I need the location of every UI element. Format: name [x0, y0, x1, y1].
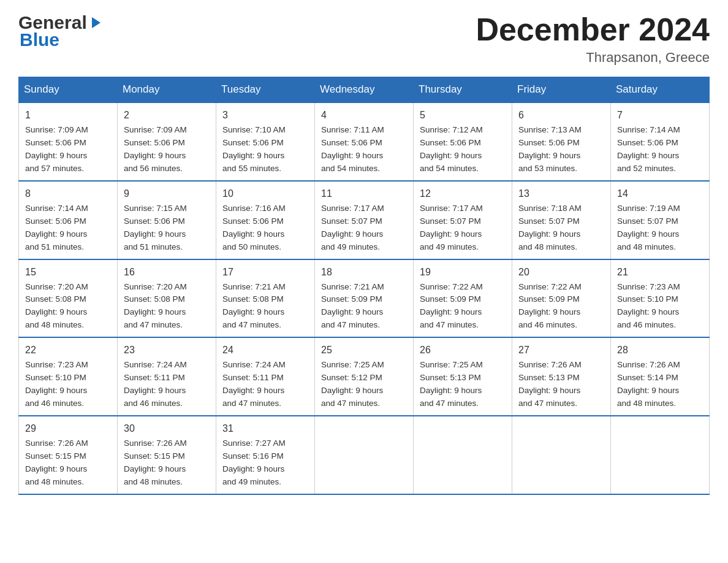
calendar-cell: 25 Sunrise: 7:25 AMSunset: 5:12 PMDaylig…: [315, 337, 414, 416]
day-info: Sunrise: 7:24 AMSunset: 5:11 PMDaylight:…: [222, 360, 286, 408]
weekday-header-monday: Monday: [118, 77, 216, 103]
calendar-cell: 29 Sunrise: 7:26 AMSunset: 5:15 PMDaylig…: [19, 416, 118, 494]
day-number: 4: [321, 108, 407, 123]
day-info: Sunrise: 7:17 AMSunset: 5:07 PMDaylight:…: [321, 204, 384, 251]
day-info: Sunrise: 7:23 AMSunset: 5:10 PMDaylight:…: [25, 360, 88, 408]
calendar-cell: 27 Sunrise: 7:26 AMSunset: 5:13 PMDaylig…: [512, 337, 611, 416]
calendar-cell: 28 Sunrise: 7:26 AMSunset: 5:14 PMDaylig…: [611, 337, 710, 416]
calendar-cell: 18 Sunrise: 7:21 AMSunset: 5:09 PMDaylig…: [315, 259, 414, 338]
day-info: Sunrise: 7:09 AMSunset: 5:06 PMDaylight:…: [124, 125, 187, 173]
calendar-cell: 10 Sunrise: 7:16 AMSunset: 5:06 PMDaylig…: [216, 181, 315, 259]
day-number: 9: [124, 186, 210, 201]
day-number: 8: [25, 186, 111, 201]
day-number: 2: [124, 108, 210, 123]
calendar-cell: 5 Sunrise: 7:12 AMSunset: 5:06 PMDayligh…: [414, 102, 512, 181]
weekday-header-sunday: Sunday: [19, 77, 118, 103]
day-number: 28: [617, 343, 703, 358]
day-info: Sunrise: 7:26 AMSunset: 5:14 PMDaylight:…: [617, 360, 680, 408]
day-info: Sunrise: 7:19 AMSunset: 5:07 PMDaylight:…: [617, 204, 680, 251]
weekday-header-tuesday: Tuesday: [216, 77, 315, 103]
day-info: Sunrise: 7:22 AMSunset: 5:09 PMDaylight:…: [420, 282, 483, 330]
calendar-cell: [315, 416, 414, 494]
calendar-table: SundayMondayTuesdayWednesdayThursdayFrid…: [18, 77, 710, 494]
day-info: Sunrise: 7:26 AMSunset: 5:13 PMDaylight:…: [518, 360, 582, 408]
calendar-cell: 9 Sunrise: 7:15 AMSunset: 5:06 PMDayligh…: [118, 181, 216, 259]
logo-blue-text: Blue: [20, 29, 103, 50]
week-row-3: 15 Sunrise: 7:20 AMSunset: 5:08 PMDaylig…: [19, 259, 710, 338]
calendar-cell: 14 Sunrise: 7:19 AMSunset: 5:07 PMDaylig…: [611, 181, 710, 259]
day-info: Sunrise: 7:21 AMSunset: 5:09 PMDaylight:…: [321, 282, 384, 330]
week-row-1: 1 Sunrise: 7:09 AMSunset: 5:06 PMDayligh…: [19, 102, 710, 181]
day-number: 10: [222, 186, 308, 201]
day-number: 20: [518, 265, 604, 280]
day-info: Sunrise: 7:27 AMSunset: 5:16 PMDaylight:…: [222, 439, 286, 486]
day-info: Sunrise: 7:12 AMSunset: 5:06 PMDaylight:…: [420, 125, 483, 173]
day-info: Sunrise: 7:26 AMSunset: 5:15 PMDaylight:…: [124, 439, 187, 486]
calendar-cell: 26 Sunrise: 7:25 AMSunset: 5:13 PMDaylig…: [414, 337, 512, 416]
month-title: December 2024: [476, 12, 710, 47]
day-number: 3: [222, 108, 308, 123]
day-number: 15: [25, 265, 111, 280]
day-info: Sunrise: 7:23 AMSunset: 5:10 PMDaylight:…: [617, 282, 680, 330]
day-number: 24: [222, 343, 308, 358]
day-info: Sunrise: 7:25 AMSunset: 5:12 PMDaylight:…: [321, 360, 384, 408]
day-number: 12: [420, 186, 506, 201]
calendar-cell: [414, 416, 512, 494]
week-row-2: 8 Sunrise: 7:14 AMSunset: 5:06 PMDayligh…: [19, 181, 710, 259]
day-number: 27: [518, 343, 604, 358]
day-number: 30: [124, 421, 210, 436]
day-info: Sunrise: 7:11 AMSunset: 5:06 PMDaylight:…: [321, 125, 384, 173]
calendar-cell: 12 Sunrise: 7:17 AMSunset: 5:07 PMDaylig…: [414, 181, 512, 259]
day-info: Sunrise: 7:14 AMSunset: 5:06 PMDaylight:…: [617, 125, 680, 173]
week-row-5: 29 Sunrise: 7:26 AMSunset: 5:15 PMDaylig…: [19, 416, 710, 494]
day-number: 14: [617, 186, 703, 201]
calendar-cell: 15 Sunrise: 7:20 AMSunset: 5:08 PMDaylig…: [19, 259, 118, 338]
day-info: Sunrise: 7:21 AMSunset: 5:08 PMDaylight:…: [222, 282, 286, 330]
day-number: 17: [222, 265, 308, 280]
calendar-cell: [512, 416, 611, 494]
day-number: 6: [518, 108, 604, 123]
calendar-cell: 22 Sunrise: 7:23 AMSunset: 5:10 PMDaylig…: [19, 337, 118, 416]
page-header: General Blue December 2024 Thrapsanon, G…: [18, 12, 710, 66]
day-number: 7: [617, 108, 703, 123]
day-info: Sunrise: 7:10 AMSunset: 5:06 PMDaylight:…: [222, 125, 286, 173]
day-number: 21: [617, 265, 703, 280]
day-info: Sunrise: 7:22 AMSunset: 5:09 PMDaylight:…: [518, 282, 582, 330]
calendar-cell: [611, 416, 710, 494]
day-number: 13: [518, 186, 604, 201]
calendar-cell: 11 Sunrise: 7:17 AMSunset: 5:07 PMDaylig…: [315, 181, 414, 259]
title-section: December 2024 Thrapsanon, Greece: [476, 12, 710, 66]
calendar-cell: 31 Sunrise: 7:27 AMSunset: 5:16 PMDaylig…: [216, 416, 315, 494]
calendar-cell: 8 Sunrise: 7:14 AMSunset: 5:06 PMDayligh…: [19, 181, 118, 259]
calendar-cell: 7 Sunrise: 7:14 AMSunset: 5:06 PMDayligh…: [611, 102, 710, 181]
day-number: 18: [321, 265, 407, 280]
calendar-cell: 30 Sunrise: 7:26 AMSunset: 5:15 PMDaylig…: [118, 416, 216, 494]
weekday-header-saturday: Saturday: [611, 77, 710, 103]
day-number: 31: [222, 421, 308, 436]
calendar-cell: 2 Sunrise: 7:09 AMSunset: 5:06 PMDayligh…: [118, 102, 216, 181]
weekday-header-wednesday: Wednesday: [315, 77, 414, 103]
calendar-cell: 17 Sunrise: 7:21 AMSunset: 5:08 PMDaylig…: [216, 259, 315, 338]
day-number: 26: [420, 343, 506, 358]
day-number: 11: [321, 186, 407, 201]
calendar-cell: 1 Sunrise: 7:09 AMSunset: 5:06 PMDayligh…: [19, 102, 118, 181]
day-number: 19: [420, 265, 506, 280]
day-info: Sunrise: 7:20 AMSunset: 5:08 PMDaylight:…: [25, 282, 88, 330]
calendar-cell: 20 Sunrise: 7:22 AMSunset: 5:09 PMDaylig…: [512, 259, 611, 338]
calendar-cell: 6 Sunrise: 7:13 AMSunset: 5:06 PMDayligh…: [512, 102, 611, 181]
day-number: 1: [25, 108, 111, 123]
calendar-cell: 19 Sunrise: 7:22 AMSunset: 5:09 PMDaylig…: [414, 259, 512, 338]
day-number: 25: [321, 343, 407, 358]
day-info: Sunrise: 7:13 AMSunset: 5:06 PMDaylight:…: [518, 125, 582, 173]
weekday-header-thursday: Thursday: [414, 77, 512, 103]
day-number: 23: [124, 343, 210, 358]
day-number: 29: [25, 421, 111, 436]
calendar-cell: 13 Sunrise: 7:18 AMSunset: 5:07 PMDaylig…: [512, 181, 611, 259]
day-info: Sunrise: 7:16 AMSunset: 5:06 PMDaylight:…: [222, 204, 286, 251]
calendar-cell: 23 Sunrise: 7:24 AMSunset: 5:11 PMDaylig…: [118, 337, 216, 416]
day-info: Sunrise: 7:15 AMSunset: 5:06 PMDaylight:…: [124, 204, 187, 251]
day-info: Sunrise: 7:09 AMSunset: 5:06 PMDaylight:…: [25, 125, 88, 173]
location: Thrapsanon, Greece: [476, 50, 710, 66]
day-info: Sunrise: 7:20 AMSunset: 5:08 PMDaylight:…: [124, 282, 187, 330]
week-row-4: 22 Sunrise: 7:23 AMSunset: 5:10 PMDaylig…: [19, 337, 710, 416]
